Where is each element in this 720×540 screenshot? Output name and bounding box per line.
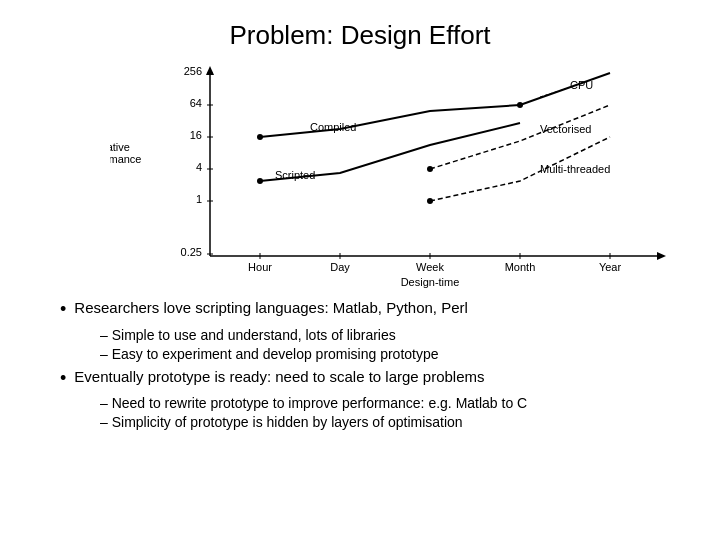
sub-bullet-1-1: Simple to use and understand, lots of li… — [100, 327, 690, 343]
svg-text:64: 64 — [190, 97, 202, 109]
svg-text:1: 1 — [196, 193, 202, 205]
svg-text:0.25: 0.25 — [181, 246, 202, 258]
svg-marker-5 — [657, 252, 666, 260]
bullet-2-dot: • — [60, 368, 66, 390]
svg-text:Month: Month — [505, 261, 536, 273]
sub-bullets-1: Simple to use and understand, lots of li… — [60, 327, 690, 362]
chart-area: Relative Performance 256 64 16 4 1 0.25 — [110, 61, 670, 281]
svg-text:Year: Year — [599, 261, 622, 273]
sub-bullet-2-1: Need to rewrite prototype to improve per… — [100, 395, 690, 411]
svg-text:Day: Day — [330, 261, 350, 273]
svg-text:Hour: Hour — [248, 261, 272, 273]
svg-text:Multi-threaded: Multi-threaded — [540, 163, 610, 175]
svg-marker-4 — [206, 66, 214, 75]
svg-text:Week: Week — [416, 261, 444, 273]
bullet-1: • Researchers love scripting languages: … — [60, 299, 690, 321]
svg-text:Design-time: Design-time — [401, 276, 460, 288]
svg-point-35 — [257, 178, 263, 184]
svg-point-29 — [257, 134, 263, 140]
bullet-2-text: Eventually prototype is ready: need to s… — [74, 368, 484, 385]
svg-text:4: 4 — [196, 161, 202, 173]
page-title: Problem: Design Effort — [30, 20, 690, 51]
svg-point-39 — [427, 198, 433, 204]
svg-point-37 — [427, 166, 433, 172]
svg-text:16: 16 — [190, 129, 202, 141]
svg-text:Performance: Performance — [110, 153, 141, 165]
sub-bullet-2-2: Simplicity of prototype is hidden by lay… — [100, 414, 690, 430]
slide: Problem: Design Effort Relative Performa… — [0, 0, 720, 540]
bullet-1-text: Researchers love scripting languages: Ma… — [74, 299, 468, 316]
chart-svg: Relative Performance 256 64 16 4 1 0.25 — [110, 61, 690, 291]
svg-text:Vectorised: Vectorised — [540, 123, 591, 135]
svg-text:256: 256 — [184, 65, 202, 77]
sub-bullets-2: Need to rewrite prototype to improve per… — [60, 395, 690, 430]
bullet-1-dot: • — [60, 299, 66, 321]
bullet-section: • Researchers love scripting languages: … — [30, 299, 690, 430]
svg-text:Relative: Relative — [110, 141, 130, 153]
sub-bullet-1-2: Easy to experiment and develop promising… — [100, 346, 690, 362]
svg-text:Scripted: Scripted — [275, 169, 315, 181]
svg-text:Compiled: Compiled — [310, 121, 356, 133]
bullet-2: • Eventually prototype is ready: need to… — [60, 368, 690, 390]
